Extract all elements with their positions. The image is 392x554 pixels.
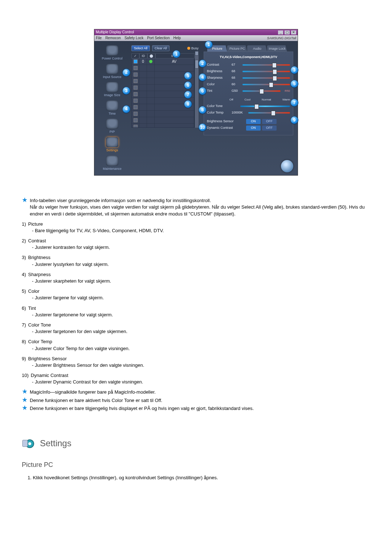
row-checkbox[interactable]: [134, 92, 138, 96]
row-checkbox[interactable]: [134, 105, 138, 109]
sidebar-label: Time: [109, 111, 116, 116]
brightness-row: Brightness 68: [207, 68, 290, 75]
sharpness-label: Sharpness: [207, 75, 229, 80]
minimize-button[interactable]: _: [278, 30, 283, 34]
sidebar-item-maintenance[interactable]: Maintenance: [96, 156, 128, 171]
temp-value: 10000K: [232, 110, 246, 115]
sidebar-item-imgsize[interactable]: Image Size 3: [96, 82, 128, 98]
dc-label: Dynamic Contrast: [207, 126, 244, 130]
menu-file[interactable]: File: [96, 36, 102, 41]
row-checkbox[interactable]: [134, 59, 138, 63]
side-callout-3: 3: [123, 87, 130, 94]
tab-picture-pc[interactable]: Picture PC: [227, 45, 247, 52]
note-text: MagicInfo—signalkilde fungerer bare på M…: [30, 389, 156, 395]
tone-label: Color Tone: [207, 104, 229, 108]
callout-r5: 5: [291, 80, 298, 87]
item-sub: - Justerer Brightness Sensor for den val…: [32, 362, 370, 369]
dc-off-button[interactable]: OFF: [262, 126, 277, 131]
sidebar: Power Control Input Source 2 Image Size …: [94, 41, 130, 175]
item-num: 3): [22, 254, 26, 261]
bs-off-button[interactable]: OFF: [262, 119, 277, 124]
intro-line-2: Når du velger hver funksjon, vises den v…: [30, 204, 370, 217]
item-sub: - Justerer skarpheten for valgt skjerm.: [32, 278, 370, 284]
bs-on-button[interactable]: ON: [246, 119, 261, 124]
item-title: Tint: [28, 305, 36, 312]
sidebar-item-time[interactable]: Time 4: [96, 100, 128, 116]
callout-7: 7: [184, 91, 192, 98]
contrast-slider[interactable]: [242, 64, 290, 66]
callout-5: 5: [184, 72, 192, 79]
dc-on-button[interactable]: ON: [246, 126, 261, 131]
feature-list: 1)Picture - Bare tilgjengelig for TV, AV…: [22, 221, 370, 386]
color-label: Color: [207, 82, 229, 87]
item-sub: - Justerer fargetonen for den valgte skj…: [32, 328, 370, 335]
tint-slider[interactable]: [242, 90, 281, 92]
busy-label: Busy: [191, 46, 199, 51]
tint-left: G50: [232, 89, 240, 93]
menu-help[interactable]: Help: [173, 36, 181, 41]
sidebar-item-input[interactable]: Input Source 2: [96, 64, 128, 79]
sidebar-item-power[interactable]: Power Control: [96, 45, 128, 61]
tab-image-lock[interactable]: Image Lock: [267, 45, 287, 52]
sidebar-item-pip[interactable]: PIP: [96, 119, 128, 134]
time-icon: [106, 100, 118, 111]
callout-1: 1: [173, 50, 180, 58]
item-sub: - Justerer Color Temp for den valgte vis…: [32, 345, 370, 352]
menu-safetylock[interactable]: Safety Lock: [124, 36, 143, 41]
end-note: ★ MagicInfo—signalkilde fungerer bare på…: [22, 389, 370, 395]
item-title: Color Tone: [28, 322, 51, 328]
tab-row: Picture Picture PC Audio Image Lock: [207, 45, 293, 52]
clear-all-button[interactable]: Clear All: [152, 45, 170, 52]
pip-icon: [106, 119, 118, 129]
row-checkbox[interactable]: [134, 112, 138, 116]
brightness-slider[interactable]: [242, 71, 290, 72]
sidebar-item-settings[interactable]: Settings: [96, 137, 128, 153]
row-checkbox[interactable]: [134, 125, 138, 128]
item-num: 7): [22, 322, 26, 328]
sharpness-value: 68: [232, 75, 240, 80]
brightness-label: Brightness: [207, 69, 229, 74]
item-num: 1): [22, 221, 26, 227]
sidebar-label: Power Control: [102, 56, 122, 61]
tone-warm: Warm: [282, 98, 290, 102]
menu-remocon[interactable]: Remocon: [105, 36, 121, 41]
brightness-sensor-row: Brightness Sensor ON OFF: [207, 118, 290, 125]
subsection-heading: Picture PC: [22, 460, 370, 469]
picture-panel: TV,AV,S-Video,Component,HDMI,DTV 2 Contr…: [204, 52, 293, 135]
row-checkbox[interactable]: [134, 73, 138, 77]
tone-normal: Normal: [262, 98, 271, 102]
info-button[interactable]: [281, 160, 293, 172]
menu-portselection[interactable]: Port Selection: [147, 36, 170, 41]
close-button[interactable]: ✕: [291, 30, 296, 34]
item-num: 10): [22, 372, 29, 379]
grid-scrollbar[interactable]: [195, 51, 199, 128]
row-checkbox[interactable]: [134, 118, 138, 122]
temp-slider[interactable]: [248, 112, 290, 114]
window-title: Multiple Display Control: [96, 30, 278, 35]
row-checkbox[interactable]: [134, 79, 138, 83]
note-text: Denne funksjonen er bare tilgjengelig hv…: [30, 405, 254, 412]
item-sub: - Justerer kontrasten for valgt skjerm.: [32, 244, 370, 251]
sharpness-slider[interactable]: [242, 77, 290, 79]
tab-audio[interactable]: Audio: [247, 45, 267, 52]
row-checkbox[interactable]: [134, 86, 138, 90]
tone-cool: Cool: [245, 98, 250, 102]
callout-r2: 2: [199, 60, 206, 67]
contrast-label: Contrast: [207, 62, 229, 67]
callout-8: 8: [184, 100, 192, 108]
select-all-button[interactable]: Select All: [131, 45, 150, 52]
row-checkbox[interactable]: [134, 99, 138, 103]
maximize-button[interactable]: ▢: [285, 30, 290, 34]
intro-note: ★ Info-tabellen viser grunnleggende info…: [22, 197, 370, 217]
tint-row: Tint G50 R50: [207, 88, 290, 94]
row-checkbox[interactable]: [134, 66, 138, 70]
color-slider[interactable]: [242, 84, 290, 85]
grid-row[interactable]: 0 AV: [132, 58, 194, 65]
item-num: 9): [22, 356, 26, 362]
item-sub: - Justerer fargetonene for valgt skjerm.: [32, 312, 370, 318]
item-num: 5): [22, 288, 26, 295]
callout-r9: 9: [291, 116, 298, 124]
sidebar-label: Image Size: [104, 93, 120, 98]
tone-slider[interactable]: [240, 106, 290, 107]
sidebar-label: Input Source: [103, 75, 121, 79]
